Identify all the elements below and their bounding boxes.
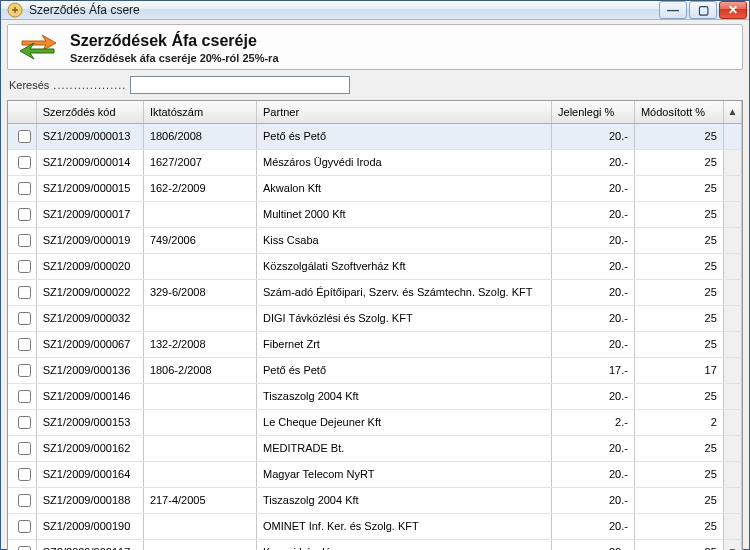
- scrollbar-up[interactable]: ▲: [723, 101, 741, 123]
- table-row[interactable]: SZ1/2009/000153Le Cheque Dejeuner Kft2.-…: [8, 409, 742, 435]
- row-checkbox[interactable]: [18, 468, 31, 481]
- table-row[interactable]: SZ1/2009/000017Multinet 2000 Kft20.-25: [8, 201, 742, 227]
- cell-ikt: [143, 383, 256, 409]
- minimize-button[interactable]: —: [659, 1, 687, 19]
- cell-current: 20.-: [552, 253, 635, 279]
- table-row[interactable]: SZ1/2009/000146Tiszaszolg 2004 Kft20.-25: [8, 383, 742, 409]
- vertical-scrollbar-track[interactable]: [723, 227, 741, 253]
- col-current[interactable]: Jelenlegi %: [552, 101, 635, 123]
- cell-ikt: 132-2/2008: [143, 331, 256, 357]
- vertical-scrollbar-track[interactable]: [723, 435, 741, 461]
- row-checkbox[interactable]: [18, 338, 31, 351]
- cell-ikt: [143, 461, 256, 487]
- row-checkbox[interactable]: [18, 390, 31, 403]
- row-indicator: [8, 487, 36, 513]
- table-row[interactable]: SZ1/2009/000164Magyar Telecom NyRT20.-25: [8, 461, 742, 487]
- search-input[interactable]: [130, 76, 350, 94]
- row-checkbox[interactable]: [18, 286, 31, 299]
- vertical-scrollbar-track[interactable]: [723, 175, 741, 201]
- table-row[interactable]: SZ1/2009/000020Közszolgálati Szoftverház…: [8, 253, 742, 279]
- cell-modified[interactable]: 25: [634, 253, 723, 279]
- vertical-scrollbar-track[interactable]: [723, 123, 741, 149]
- table-row[interactable]: SZ2/2009/000117Kassai László20.-25▼: [8, 539, 742, 550]
- vertical-scrollbar-track[interactable]: [723, 409, 741, 435]
- vertical-scrollbar-track[interactable]: [723, 201, 741, 227]
- cell-modified[interactable]: 25: [634, 383, 723, 409]
- row-checkbox[interactable]: [18, 494, 31, 507]
- row-checkbox[interactable]: [18, 312, 31, 325]
- row-checkbox[interactable]: [18, 130, 31, 143]
- vertical-scrollbar-track[interactable]: [723, 331, 741, 357]
- cell-partner: Kassai László: [257, 539, 552, 550]
- cell-modified[interactable]: 17: [634, 357, 723, 383]
- row-checkbox[interactable]: [18, 208, 31, 221]
- row-checkbox[interactable]: [18, 234, 31, 247]
- row-indicator: [8, 175, 36, 201]
- row-checkbox[interactable]: [18, 182, 31, 195]
- row-indicator: [8, 149, 36, 175]
- table-row[interactable]: SZ1/2009/000019749/2006Kiss Csaba20.-25: [8, 227, 742, 253]
- cell-modified[interactable]: 25: [634, 461, 723, 487]
- cell-code: SZ1/2009/000022: [36, 279, 143, 305]
- row-indicator: [8, 513, 36, 539]
- table-row[interactable]: SZ1/2009/000162MEDITRADE Bt.20.-25: [8, 435, 742, 461]
- table-row[interactable]: SZ1/2009/0001361806-2/2008Pető és Pető17…: [8, 357, 742, 383]
- scrollbar-down[interactable]: ▼: [723, 539, 741, 550]
- row-checkbox[interactable]: [18, 364, 31, 377]
- vertical-scrollbar-track[interactable]: [723, 383, 741, 409]
- cell-partner: Magyar Telecom NyRT: [257, 461, 552, 487]
- cell-modified[interactable]: 25: [634, 201, 723, 227]
- cell-modified[interactable]: 25: [634, 487, 723, 513]
- table-row[interactable]: SZ1/2009/000022329-6/2008Szám-adó Építői…: [8, 279, 742, 305]
- vertical-scrollbar-track[interactable]: [723, 253, 741, 279]
- cell-partner: Multinet 2000 Kft: [257, 201, 552, 227]
- cell-modified[interactable]: 25: [634, 513, 723, 539]
- vertical-scrollbar-track[interactable]: [723, 149, 741, 175]
- table-row[interactable]: SZ1/2009/000190OMINET Inf. Ker. és Szolg…: [8, 513, 742, 539]
- cell-partner: OMINET Inf. Ker. és Szolg. KFT: [257, 513, 552, 539]
- cell-modified[interactable]: 25: [634, 435, 723, 461]
- cell-modified[interactable]: 25: [634, 305, 723, 331]
- cell-modified[interactable]: 25: [634, 539, 723, 550]
- cell-modified[interactable]: 25: [634, 149, 723, 175]
- cell-modified[interactable]: 25: [634, 123, 723, 149]
- row-checkbox[interactable]: [18, 416, 31, 429]
- vertical-scrollbar-track[interactable]: [723, 305, 741, 331]
- close-button[interactable]: ✕: [719, 1, 747, 19]
- cell-modified[interactable]: 25: [634, 331, 723, 357]
- col-code[interactable]: Szerződés kód: [36, 101, 143, 123]
- row-checkbox[interactable]: [18, 546, 31, 551]
- table-row[interactable]: SZ1/2009/0000131806/2008Pető és Pető20.-…: [8, 123, 742, 149]
- table-row[interactable]: SZ1/2009/000188217-4/2005Tiszaszolg 2004…: [8, 487, 742, 513]
- row-indicator: [8, 253, 36, 279]
- row-checkbox[interactable]: [18, 156, 31, 169]
- row-checkbox[interactable]: [18, 520, 31, 533]
- vertical-scrollbar-track[interactable]: [723, 279, 741, 305]
- table-row[interactable]: SZ1/2009/000032DIGI Távközlési és Szolg.…: [8, 305, 742, 331]
- col-partner[interactable]: Partner: [257, 101, 552, 123]
- table-row[interactable]: SZ1/2009/000067132-2/2008Fibernet Zrt20.…: [8, 331, 742, 357]
- cell-modified[interactable]: 2: [634, 409, 723, 435]
- cell-partner: Le Cheque Dejeuner Kft: [257, 409, 552, 435]
- row-checkbox[interactable]: [18, 442, 31, 455]
- col-ikt[interactable]: Iktatószám: [143, 101, 256, 123]
- vertical-scrollbar-track[interactable]: [723, 487, 741, 513]
- cell-current: 20.-: [552, 149, 635, 175]
- row-checkbox[interactable]: [18, 260, 31, 273]
- vertical-scrollbar-track[interactable]: [723, 461, 741, 487]
- search-dots: ..................: [53, 79, 126, 91]
- cell-modified[interactable]: 25: [634, 175, 723, 201]
- cell-ikt: [143, 513, 256, 539]
- cell-current: 20.-: [552, 331, 635, 357]
- table-row[interactable]: SZ1/2009/000015162-2/2009Akwalon Kft20.-…: [8, 175, 742, 201]
- maximize-button[interactable]: ▢: [689, 1, 717, 19]
- table-row[interactable]: SZ1/2009/0000141627/2007Mészáros Ügyvédi…: [8, 149, 742, 175]
- cell-modified[interactable]: 25: [634, 279, 723, 305]
- col-modified[interactable]: Módosított %: [634, 101, 723, 123]
- col-check[interactable]: [8, 101, 36, 123]
- cell-modified[interactable]: 25: [634, 227, 723, 253]
- vertical-scrollbar-track[interactable]: [723, 513, 741, 539]
- vertical-scrollbar-track[interactable]: [723, 357, 741, 383]
- titlebar[interactable]: Szerződés Áfa csere — ▢ ✕: [1, 1, 749, 20]
- cell-code: SZ1/2009/000162: [36, 435, 143, 461]
